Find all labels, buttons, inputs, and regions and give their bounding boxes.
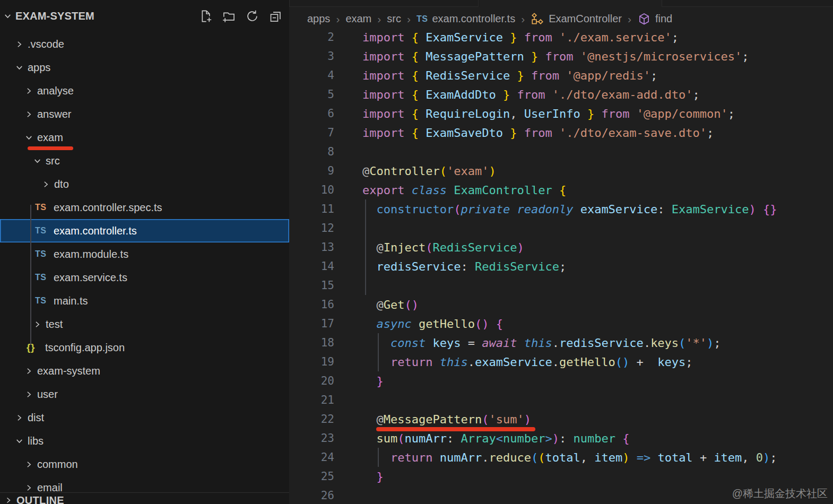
chevron-right-icon [24,110,33,119]
tab-1[interactable] [290,0,479,7]
outline-label: OUTLINE [16,494,64,504]
line-number: 15 [289,279,334,292]
code-text: import { RequireLogin, UserInfo } from '… [334,107,735,120]
code-line-16[interactable]: 16 @Get() [289,295,833,314]
code-text: @Get() [334,298,419,311]
tree-item-exam-module-ts[interactable]: TSexam.module.ts [0,242,289,266]
code-text: import { ExamSaveDto } from './dto/exam-… [334,126,714,140]
tree-item-exam[interactable]: exam [0,126,289,149]
code-line-24[interactable]: 24 return numArr.reduce((total, item) =>… [289,448,833,467]
breadcrumb-item-examcontroller[interactable]: ExamController [531,12,622,26]
tree-item-exam-controller-spec-ts[interactable]: TSexam.controller.spec.ts [0,196,289,219]
typescript-file-icon: TS [35,249,49,259]
tab-2-active[interactable] [479,0,662,7]
tree-item-label: exam.module.ts [54,248,128,260]
line-number: 21 [289,394,334,406]
tree-item-label: test [46,318,63,331]
code-line-13[interactable]: 13 @Inject(RedisService) [289,238,833,257]
tree-item-exam-service-ts[interactable]: TSexam.service.ts [0,266,289,289]
tree-item-libs[interactable]: libs [0,429,289,453]
breadcrumb-item-find[interactable]: find [637,12,672,26]
code-line-4[interactable]: 4import { RedisService } from '@app/redi… [289,66,833,85]
chevron-right-icon [41,180,50,189]
line-number: 4 [289,69,334,82]
code-line-19[interactable]: 19 return this.examService.getHello() + … [289,352,833,371]
tree-item-src[interactable]: src [0,149,289,172]
code-line-23[interactable]: 23 sum(numArr: Array<number>): number { [289,429,833,448]
code-text: } [334,470,384,483]
code-line-5[interactable]: 5import { ExamAddDto } from './dto/exam-… [289,85,833,104]
code-line-8[interactable]: 8 [289,142,833,161]
breadcrumb-item-apps[interactable]: apps [307,13,330,25]
code-line-15[interactable]: 15 [289,276,833,295]
line-number: 23 [289,432,334,445]
code-line-14[interactable]: 14 redisService: RedisService; [289,257,833,276]
line-number: 10 [289,184,334,196]
tree-item-label: src [46,155,60,167]
code-line-9[interactable]: 9@Controller('exam') [289,161,833,180]
code-text: sum(numArr: Array<number>): number { [334,432,629,445]
tree-item-exam-system[interactable]: exam-system [0,359,289,383]
tree-item-label: exam.controller.ts [54,225,137,237]
tree-item-user[interactable]: user [0,383,289,406]
tree-item-dist[interactable]: dist [0,406,289,429]
new-file-icon[interactable] [198,9,213,23]
code-line-21[interactable]: 21 [289,390,833,410]
code-text: @Controller('exam') [334,164,496,178]
code-text: @Inject(RedisService) [334,241,524,254]
new-folder-icon[interactable] [222,9,236,23]
breadcrumb-item-exam-controller-ts[interactable]: TSexam.controller.ts [416,13,515,25]
tree-item-tsconfig-app-json[interactable]: {}tsconfig.app.json [0,336,289,359]
line-number: 8 [289,145,334,158]
tree-item-test[interactable]: test [0,312,289,336]
code-text: constructor(private readonly examService… [334,203,777,216]
code-line-25[interactable]: 25 } [289,467,833,486]
file-tree: .vscodeappsanalyseanswerexamsrcdtoTSexam… [0,32,289,494]
line-number: 26 [289,489,334,502]
tab-3[interactable] [662,0,833,7]
tree-item-common[interactable]: common [0,453,289,476]
tree-item-main-ts[interactable]: TSmain.ts [0,289,289,312]
breadcrumb-separator: › [628,13,631,25]
code-line-18[interactable]: 18 const keys = await this.redisService.… [289,333,833,352]
breadcrumb-label: apps [307,13,330,25]
explorer-section-header[interactable]: EXAM-SYSTEM [0,0,289,32]
line-number: 18 [289,336,334,349]
line-number: 13 [289,241,334,254]
tree-item-analyse[interactable]: analyse [0,79,289,102]
code-line-6[interactable]: 6import { RequireLogin, UserInfo } from … [289,104,833,123]
code-line-10[interactable]: 10export class ExamController { [289,180,833,199]
code-line-3[interactable]: 3import { MessagePattern } from '@nestjs… [289,47,833,66]
chevron-right-icon [15,413,24,422]
chevron-right-icon [24,390,33,399]
tree-item-exam-controller-ts[interactable]: TSexam.controller.ts [0,219,289,242]
code-line-20[interactable]: 20 } [289,371,833,390]
chevron-right-icon [24,367,33,376]
code-line-17[interactable]: 17 async getHello() { [289,314,833,333]
collapse-all-icon[interactable] [268,9,283,23]
tree-item-dto[interactable]: dto [0,172,289,196]
code-area[interactable]: 2import { ExamService } from './exam.ser… [289,0,833,504]
outline-section-header[interactable]: OUTLINE [0,492,289,504]
code-line-22[interactable]: 22 @MessagePattern('sum') [289,410,833,429]
red-annotation-underline [376,427,535,431]
tree-item--vscode[interactable]: .vscode [0,32,289,56]
tree-item-apps[interactable]: apps [0,56,289,79]
breadcrumb-label: src [387,13,401,25]
typescript-file-icon: TS [35,296,49,306]
typescript-spec-file-icon: TS [35,203,49,212]
tree-item-answer[interactable]: answer [0,102,289,126]
breadcrumb-item-exam[interactable]: exam [345,13,371,25]
code-line-12[interactable]: 12 [289,219,833,238]
code-text: import { ExamAddDto } from './dto/exam-a… [334,88,700,101]
code-line-7[interactable]: 7import { ExamSaveDto } from './dto/exam… [289,123,833,142]
code-text: const keys = await this.redisService.key… [334,336,721,350]
tree-item-label: main.ts [54,295,88,307]
indent-guide [30,205,31,345]
breadcrumb-item-src[interactable]: src [387,13,401,25]
refresh-icon[interactable] [245,9,259,23]
typescript-file-icon: TS [416,14,428,24]
code-text: @MessagePattern('sum') [334,413,531,426]
breadcrumb-separator: › [407,13,411,25]
code-line-11[interactable]: 11 constructor(private readonly examServ… [289,199,833,219]
